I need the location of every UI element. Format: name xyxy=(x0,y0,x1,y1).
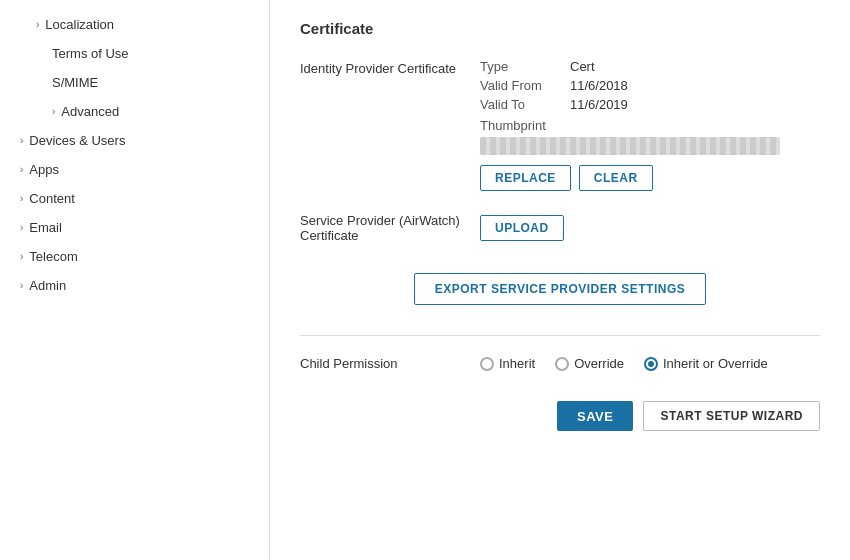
thumbprint-label: Thumbprint xyxy=(480,118,820,133)
radio-inherit-label: Inherit xyxy=(499,356,535,371)
chevron-right-icon: › xyxy=(20,135,23,146)
service-provider-section: Service Provider (AirWatch) Certificate … xyxy=(300,211,820,243)
chevron-right-icon: › xyxy=(52,106,55,117)
cert-type-label: Type xyxy=(480,59,570,74)
sidebar-item-content[interactable]: › Content xyxy=(0,184,269,213)
upload-button[interactable]: UPLOAD xyxy=(480,215,564,241)
radio-inherit[interactable]: Inherit xyxy=(480,356,535,371)
main-content: Certificate Identity Provider Certificat… xyxy=(270,0,850,560)
service-provider-values: UPLOAD xyxy=(480,211,820,243)
sidebar: › Localization Terms of Use S/MIME › Adv… xyxy=(0,0,270,560)
chevron-right-icon: › xyxy=(20,280,23,291)
radio-inherit-or-override-label: Inherit or Override xyxy=(663,356,768,371)
chevron-right-icon: › xyxy=(20,222,23,233)
service-provider-label: Service Provider (AirWatch) Certificate xyxy=(300,211,480,243)
radio-inherit-or-override[interactable]: Inherit or Override xyxy=(644,356,768,371)
export-section: EXPORT SERVICE PROVIDER SETTINGS xyxy=(300,263,820,315)
cert-valid-from-row: Valid From 11/6/2018 xyxy=(480,78,820,93)
chevron-right-icon: › xyxy=(20,164,23,175)
replace-button[interactable]: REPLACE xyxy=(480,165,571,191)
thumbprint-value xyxy=(480,137,780,155)
child-permission-radio-group: Inherit Override Inherit or Override xyxy=(480,356,768,371)
cert-type-value: Cert xyxy=(570,59,595,74)
sidebar-item-smime[interactable]: S/MIME xyxy=(0,68,269,97)
radio-override-label: Override xyxy=(574,356,624,371)
sidebar-item-email[interactable]: › Email xyxy=(0,213,269,242)
identity-provider-values: Type Cert Valid From 11/6/2018 Valid To … xyxy=(480,59,820,191)
cert-valid-to-label: Valid To xyxy=(480,97,570,112)
chevron-right-icon: › xyxy=(20,193,23,204)
cert-action-buttons: REPLACE CLEAR xyxy=(480,165,820,191)
sidebar-item-admin[interactable]: › Admin xyxy=(0,271,269,300)
cert-valid-from-label: Valid From xyxy=(480,78,570,93)
upload-button-row: UPLOAD xyxy=(480,215,820,241)
chevron-right-icon: › xyxy=(36,19,39,30)
start-setup-wizard-button[interactable]: START SETUP WIZARD xyxy=(643,401,820,431)
sidebar-item-devices-users[interactable]: › Devices & Users xyxy=(0,126,269,155)
cert-valid-to-row: Valid To 11/6/2019 xyxy=(480,97,820,112)
sidebar-item-apps[interactable]: › Apps xyxy=(0,155,269,184)
sidebar-item-telecom[interactable]: › Telecom xyxy=(0,242,269,271)
radio-override[interactable]: Override xyxy=(555,356,624,371)
clear-button[interactable]: CLEAR xyxy=(579,165,653,191)
child-permission-section: Child Permission Inherit Override Inheri… xyxy=(300,356,820,371)
identity-provider-section: Identity Provider Certificate Type Cert … xyxy=(300,59,820,191)
footer-buttons: SAVE START SETUP WIZARD xyxy=(300,391,820,431)
export-service-provider-button[interactable]: EXPORT SERVICE PROVIDER SETTINGS xyxy=(414,273,707,305)
page-title: Certificate xyxy=(300,20,820,43)
radio-override-circle xyxy=(555,357,569,371)
radio-inherit-circle xyxy=(480,357,494,371)
sidebar-item-localization[interactable]: › Localization xyxy=(0,10,269,39)
sidebar-item-advanced[interactable]: › Advanced xyxy=(0,97,269,126)
sidebar-item-terms-of-use[interactable]: Terms of Use xyxy=(0,39,269,68)
cert-type-row: Type Cert xyxy=(480,59,820,74)
cert-valid-from-value: 11/6/2018 xyxy=(570,78,628,93)
cert-valid-to-value: 11/6/2019 xyxy=(570,97,628,112)
radio-inherit-or-override-circle xyxy=(644,357,658,371)
identity-provider-label: Identity Provider Certificate xyxy=(300,59,480,191)
child-permission-label: Child Permission xyxy=(300,356,480,371)
save-button[interactable]: SAVE xyxy=(557,401,633,431)
section-divider xyxy=(300,335,820,336)
chevron-right-icon: › xyxy=(20,251,23,262)
